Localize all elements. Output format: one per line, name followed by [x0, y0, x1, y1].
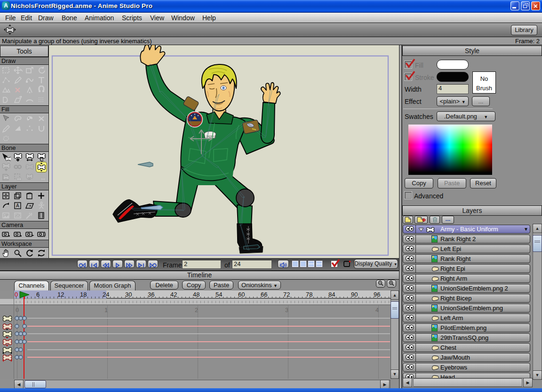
svg-text:A: A — [16, 203, 19, 208]
